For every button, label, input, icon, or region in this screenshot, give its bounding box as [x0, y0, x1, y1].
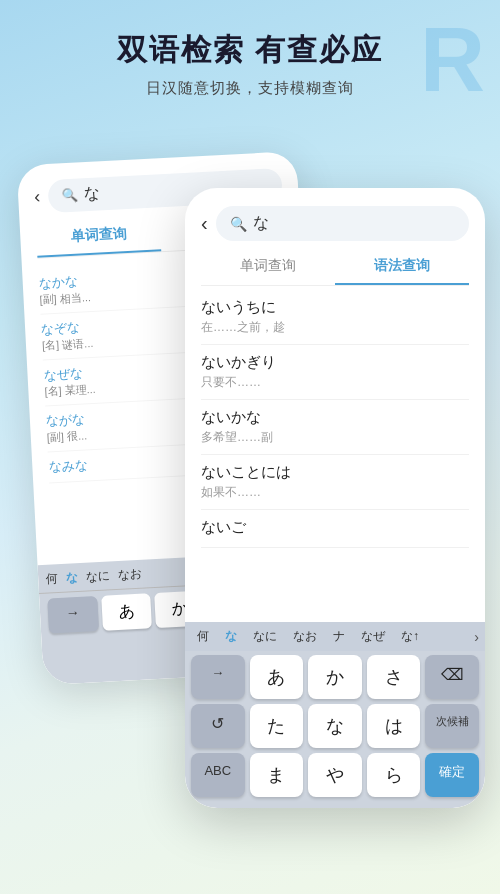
main-title: 双语检索 有查必应	[20, 30, 480, 71]
keyboard-area: 何 な なに なお ナ なぜ な↑ › → あ か さ ⌫	[185, 622, 485, 808]
item-jp: ないかな	[201, 408, 469, 427]
tab-grammar-query-front[interactable]: 语法查询	[335, 249, 469, 285]
search-query-back: な	[84, 183, 101, 205]
search-bar-front[interactable]: 🔍 な	[216, 206, 469, 241]
kana-nao[interactable]: なお	[287, 626, 323, 647]
kb-confirm-key[interactable]: 確定	[425, 753, 479, 797]
kana-chevron-icon[interactable]: ›	[474, 629, 479, 645]
kana-naze[interactable]: なぜ	[355, 626, 391, 647]
kb-delete-key[interactable]: ⌫	[425, 655, 479, 699]
kana-何[interactable]: 何	[46, 570, 59, 588]
kana-なお[interactable]: なお	[118, 565, 143, 583]
phone-front: ‹ 🔍 な 单词查询 语法查询 ないうちに 在……之前，趁 ないかぎり 只要不……	[185, 188, 485, 808]
tab-word-query-back[interactable]: 单词查询	[36, 215, 162, 257]
kb-next-candidate-key[interactable]: 次候補	[425, 704, 479, 748]
item-jp: ないご	[201, 518, 469, 537]
kana-nani2[interactable]: なに	[247, 626, 283, 647]
kb-a-key[interactable]: あ	[101, 593, 152, 631]
kana-nani[interactable]: 何	[191, 626, 215, 647]
kb-row-3: ABC ま や ら 確定	[191, 753, 479, 797]
kb-a-key[interactable]: あ	[250, 655, 304, 699]
tabs-front: 单词查询 语法查询	[201, 249, 469, 286]
keyboard-rows: → あ か さ ⌫ ↺ た な は 次候補 ABC ま	[185, 651, 485, 808]
item-ch: 只要不……	[201, 374, 469, 391]
kb-row-1: → あ か さ ⌫	[191, 655, 479, 699]
kana-suggestion-row: 何 な なに なお ナ なぜ な↑ ›	[185, 622, 485, 651]
list-item[interactable]: ないことには 如果不……	[201, 455, 469, 510]
kana-NA[interactable]: ナ	[327, 626, 351, 647]
kb-undo-key[interactable]: ↺	[191, 704, 245, 748]
front-back-arrow-icon[interactable]: ‹	[201, 212, 208, 235]
kb-ya-key[interactable]: や	[308, 753, 362, 797]
list-item[interactable]: ないうちに 在……之前，趁	[201, 290, 469, 345]
kb-abc-key[interactable]: ABC	[191, 753, 245, 797]
kana-な[interactable]: な	[66, 569, 79, 587]
list-item[interactable]: ないご	[201, 510, 469, 548]
item-ch: 在……之前，趁	[201, 319, 469, 336]
item-jp: ないことには	[201, 463, 469, 482]
logo-icon: R	[420, 15, 485, 105]
kana-na[interactable]: な	[219, 626, 243, 647]
kb-arrow-key[interactable]: →	[191, 655, 245, 699]
kb-ra-key[interactable]: ら	[367, 753, 421, 797]
phone-front-header: ‹ 🔍 な	[185, 188, 485, 249]
kb-row-2: ↺ た な は 次候補	[191, 704, 479, 748]
kana-nai[interactable]: な↑	[395, 626, 425, 647]
item-ch: 如果不……	[201, 484, 469, 501]
list-item[interactable]: ないかぎり 只要不……	[201, 345, 469, 400]
main-subtitle: 日汉随意切换，支持模糊查询	[20, 79, 480, 98]
kb-ma-key[interactable]: ま	[250, 753, 304, 797]
item-ch: 多希望……副	[201, 429, 469, 446]
item-jp: ないかぎり	[201, 353, 469, 372]
kb-arrow-key[interactable]: →	[47, 596, 98, 634]
kb-sa-key[interactable]: さ	[367, 655, 421, 699]
kb-ka-key[interactable]: か	[308, 655, 362, 699]
list-item[interactable]: ないかな 多希望……副	[201, 400, 469, 455]
list-front: ないうちに 在……之前，趁 ないかぎり 只要不…… ないかな 多希望……副 ない…	[185, 286, 485, 552]
header-section: R 双语检索 有查必应 日汉随意切换，支持模糊查询	[0, 0, 500, 118]
back-arrow-icon[interactable]: ‹	[34, 187, 41, 208]
kana-なに[interactable]: なに	[86, 567, 111, 585]
search-query-front: な	[253, 213, 269, 234]
tab-word-query-front[interactable]: 单词查询	[201, 249, 335, 285]
phones-container: ‹ 🔍 な 单词查询 语法查询 なかな [副] 相当... なぞな [名] 谜语…	[0, 128, 500, 808]
kb-na-key[interactable]: な	[308, 704, 362, 748]
search-icon: 🔍	[62, 188, 79, 204]
item-jp: ないうちに	[201, 298, 469, 317]
front-search-icon: 🔍	[230, 216, 247, 232]
kb-ha-key[interactable]: は	[367, 704, 421, 748]
kb-ta-key[interactable]: た	[250, 704, 304, 748]
